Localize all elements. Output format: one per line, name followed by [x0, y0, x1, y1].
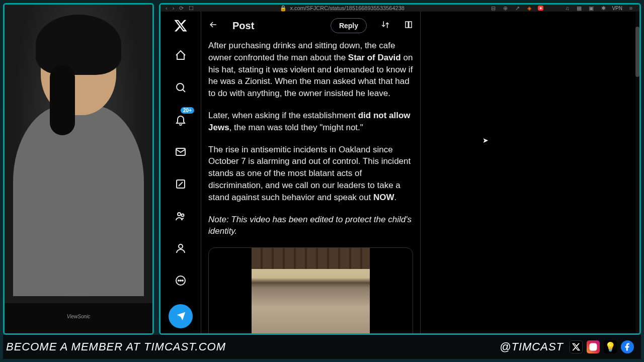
cta-text: BECOME A MEMBER AT TIMCAST.COM — [6, 340, 226, 353]
menu-icon[interactable]: ≡ — [627, 5, 634, 12]
url-text: x.com/SFJCRC/status/1851668935533564238 — [290, 5, 404, 11]
main-column: Post Reply After purchasing drinks and s… — [201, 12, 421, 335]
svg-point-9 — [182, 280, 183, 281]
x-logo-icon[interactable] — [174, 19, 188, 35]
grok-icon[interactable] — [169, 172, 192, 196]
more-icon[interactable] — [169, 269, 192, 292]
social-handle: @TIMCAST — [500, 340, 564, 353]
footer-bar: BECOME A MEMBER AT TIMCAST.COM @TIMCAST … — [3, 335, 641, 359]
messages-icon[interactable] — [169, 140, 192, 163]
webcam-feed — [5, 5, 152, 333]
reply-button[interactable]: Reply — [331, 18, 367, 33]
nav-forward-icon[interactable]: › — [173, 5, 175, 11]
zoom-icon[interactable]: ⊕ — [502, 5, 509, 12]
minds-icon[interactable]: 💡 — [604, 340, 617, 353]
search-icon[interactable] — [169, 76, 192, 99]
blocker-badge: ● — [538, 6, 543, 11]
notification-badge: 20+ — [181, 107, 194, 114]
settings-icon[interactable]: ✱ — [600, 5, 607, 12]
post-text: After purchasing drinks and sitting down… — [201, 40, 420, 247]
scrollbar-thumb[interactable] — [635, 27, 639, 77]
social-icons: 💡 — [570, 340, 634, 353]
svg-point-8 — [180, 280, 181, 281]
back-arrow-icon[interactable] — [208, 20, 218, 32]
tab-icon[interactable]: ▣ — [588, 5, 595, 12]
browser-window: ‹ › ⟳ ☐ 🔒 x.com/SFJCRC/status/1851668935… — [159, 3, 641, 335]
reload-icon[interactable]: ⟳ — [179, 5, 184, 12]
post-paragraph: Later, when asking if the establishment … — [208, 110, 413, 134]
share-icon[interactable]: ↗ — [514, 5, 521, 12]
svg-point-5 — [179, 244, 183, 248]
reader-icon[interactable]: ⊟ — [490, 5, 497, 12]
facebook-icon[interactable] — [621, 340, 634, 353]
communities-icon[interactable] — [169, 205, 192, 228]
post-paragraph: The rise in antisemitic incidents in Oak… — [208, 144, 413, 204]
scrollbar-track[interactable] — [635, 12, 639, 335]
page-title: Post — [232, 20, 316, 32]
webcam-panel: ViewSonic — [3, 3, 154, 335]
post-paragraph: After purchasing drinks and sitting down… — [208, 40, 413, 100]
compose-button[interactable] — [169, 304, 193, 328]
shield-icon[interactable]: ◈ — [526, 5, 533, 12]
video-attachment[interactable] — [208, 247, 413, 335]
address-bar[interactable]: 🔒 x.com/SFJCRC/status/185166893553356423… — [199, 5, 486, 12]
x-social-icon[interactable] — [570, 340, 583, 353]
notifications-icon[interactable]: 20+ — [169, 108, 192, 131]
grid-icon[interactable]: ▦ — [576, 5, 583, 12]
lock-icon: 🔒 — [280, 5, 287, 12]
svg-point-0 — [177, 83, 184, 90]
browser-chrome: ‹ › ⟳ ☐ 🔒 x.com/SFJCRC/status/1851668935… — [160, 5, 639, 12]
post-note: Note: This video has been edited to prot… — [208, 214, 413, 238]
music-icon[interactable]: ♫ — [564, 5, 571, 12]
svg-point-11 — [592, 345, 595, 348]
instagram-icon[interactable] — [587, 340, 600, 353]
svg-point-7 — [178, 280, 179, 281]
profile-icon[interactable] — [169, 237, 192, 260]
svg-point-4 — [182, 214, 184, 217]
sort-icon[interactable] — [381, 20, 390, 31]
svg-point-12 — [595, 344, 596, 345]
page-content: 20+ — [160, 12, 639, 335]
nav-back-icon[interactable]: ‹ — [166, 5, 168, 11]
x-sidebar: 20+ — [160, 12, 201, 335]
monitor-brand-label: ViewSonic — [67, 314, 91, 319]
home-icon[interactable] — [169, 44, 192, 67]
bookmark-icon[interactable]: ☐ — [188, 5, 195, 12]
svg-point-3 — [178, 213, 181, 216]
reader-mode-icon[interactable] — [404, 20, 413, 31]
post-header: Post Reply — [201, 12, 420, 40]
vpn-label[interactable]: VPN — [612, 6, 622, 11]
